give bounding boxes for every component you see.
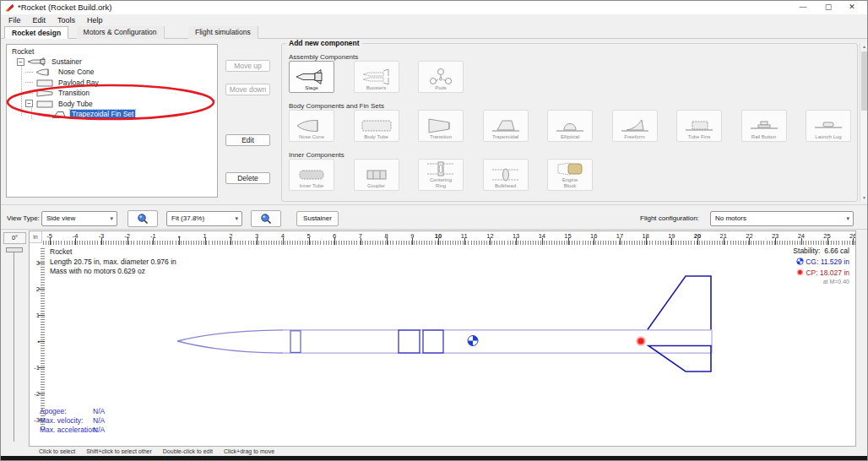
bulkhead-icon bbox=[489, 166, 523, 183]
launch-lug-icon bbox=[811, 117, 845, 134]
tree-label: Sustainer bbox=[50, 57, 84, 66]
openrocket-window: *Rocket (Rocket Build.ork) — ▢ ✕ FileEdi… bbox=[0, 0, 868, 461]
component-button-label: Tube Fins bbox=[688, 134, 710, 140]
tab-motors-configuration[interactable]: Motors & Configuration bbox=[77, 26, 165, 39]
body-tube-icon bbox=[360, 117, 393, 134]
expander-minus-icon[interactable]: − bbox=[17, 58, 24, 66]
delete-button[interactable]: Delete bbox=[225, 172, 270, 184]
menu-item-help[interactable]: Help bbox=[81, 16, 109, 24]
tab-rocket-design[interactable]: Rocket design bbox=[4, 26, 68, 39]
zoom-level-select[interactable]: Fit (37.8%) ▾ bbox=[166, 211, 242, 226]
cg-icon bbox=[796, 258, 804, 265]
component-button-label: Stage bbox=[305, 85, 318, 91]
menu-item-file[interactable]: File bbox=[3, 16, 27, 24]
tree-connector bbox=[25, 93, 33, 94]
add-inner-tube-button[interactable]: Inner Tube bbox=[289, 159, 334, 191]
minimize-button[interactable]: — bbox=[791, 1, 815, 14]
add-nose-cone-button[interactable]: Nose Cone bbox=[289, 110, 334, 142]
view-type-label: View Type: bbox=[7, 214, 40, 222]
rotation-slider-handle[interactable] bbox=[6, 247, 23, 252]
add-freeform-button[interactable]: Freeform bbox=[612, 110, 658, 142]
component-button-label: CenteringRing bbox=[430, 177, 452, 188]
rotation-angle-box[interactable]: 0° bbox=[3, 232, 26, 244]
pods-icon bbox=[426, 68, 456, 85]
zoom-out-icon bbox=[260, 213, 272, 225]
fin-lower[interactable] bbox=[648, 346, 711, 372]
simulation-results: Apogee:N/AMax. velocity:N/AMax. accelera… bbox=[40, 407, 98, 435]
menu-item-edit[interactable]: Edit bbox=[27, 16, 52, 24]
component-button-label: Coupler bbox=[367, 183, 385, 189]
inner-component-rect[interactable] bbox=[423, 330, 443, 353]
add-trapezoidal-button[interactable]: Trapezoidal bbox=[483, 110, 529, 142]
app-logo-icon bbox=[5, 3, 14, 12]
sim-result-row: Max. velocity:N/A bbox=[40, 416, 98, 426]
fin-upper[interactable] bbox=[648, 276, 711, 329]
boosters-icon bbox=[358, 68, 395, 85]
add-elliptical-button[interactable]: Elliptical bbox=[547, 110, 593, 142]
component-button-label: EngineBlock bbox=[562, 177, 578, 188]
add-body-tube-button[interactable]: Body Tube bbox=[354, 110, 399, 142]
close-button[interactable]: ✕ bbox=[840, 1, 864, 14]
edit-button[interactable]: Edit bbox=[225, 134, 270, 146]
cp-icon bbox=[796, 268, 804, 276]
nose-cone-outline[interactable] bbox=[177, 330, 283, 341]
scroll-thumb[interactable] bbox=[861, 52, 867, 111]
stage-toggle-sustainer[interactable]: Sustainer bbox=[296, 211, 339, 226]
maximize-button[interactable]: ▢ bbox=[816, 1, 840, 14]
add-tube-fins-button[interactable]: Tube Fins bbox=[676, 110, 722, 142]
add-coupler-button[interactable]: Coupler bbox=[354, 159, 399, 191]
add-pods-button[interactable]: Pods bbox=[418, 61, 464, 93]
status-hint: Shift+click to select other bbox=[86, 448, 152, 454]
inner-component-rect[interactable] bbox=[399, 330, 420, 353]
tab-flight-simulations[interactable]: Flight simulations bbox=[188, 26, 258, 39]
status-hints: Click to selectShift+click to select oth… bbox=[39, 448, 274, 454]
add-boosters-button[interactable]: Boosters bbox=[354, 61, 399, 93]
tree-label: Trapezoidal Fin Set bbox=[70, 110, 135, 118]
rocket-canvas[interactable]: in -5-4-3-2-1●12345678910111213141516171… bbox=[29, 230, 856, 447]
component-button-label: Transition bbox=[430, 134, 452, 140]
freeform-icon bbox=[618, 117, 652, 134]
section-label-2: Inner Components bbox=[289, 151, 344, 159]
sim-result-value: N/A bbox=[93, 407, 105, 416]
scroll-down-icon[interactable]: ▼ bbox=[860, 194, 868, 202]
component-button-label: Bulkhead bbox=[495, 183, 516, 189]
sim-result-value: N/A bbox=[93, 416, 105, 426]
scroll-up-icon[interactable]: ▲ bbox=[860, 43, 868, 51]
engine-block-icon bbox=[553, 160, 587, 177]
menu-item-tools[interactable]: Tools bbox=[52, 16, 81, 24]
coupler-icon bbox=[361, 166, 392, 183]
sim-result-value: N/A bbox=[93, 426, 105, 435]
add-stage-button[interactable]: Stage bbox=[289, 61, 334, 93]
add-launch-lug-button[interactable]: Launch Lug bbox=[806, 110, 851, 142]
tree-connector bbox=[42, 114, 50, 115]
sim-result-label: Apogee: bbox=[40, 407, 67, 415]
zoom-in-icon bbox=[137, 213, 149, 225]
cg-marker bbox=[468, 336, 478, 346]
zoom-out-button[interactable] bbox=[251, 210, 281, 227]
component-button-label: Body Tube bbox=[364, 134, 388, 140]
add-bulkhead-button[interactable]: Bulkhead bbox=[483, 159, 529, 191]
add-rail-button-button[interactable]: Rail Button bbox=[741, 110, 787, 142]
add-transition-button[interactable]: Transition bbox=[418, 110, 464, 142]
expander-minus-icon[interactable]: − bbox=[25, 100, 33, 107]
add-engine-block-button[interactable]: EngineBlock bbox=[547, 159, 593, 191]
section-label-0: Assembly Components bbox=[289, 53, 358, 61]
rocket-info-line: Rocket bbox=[50, 247, 176, 258]
component-panel-scrollbar[interactable]: ▲ ▼ bbox=[860, 43, 867, 202]
tree-item-trapezoidal-fin-set[interactable]: Trapezoidal Fin Set bbox=[7, 109, 217, 119]
tree-item-body-tube[interactable]: −Body Tube bbox=[7, 99, 217, 109]
move-up-button: Move up bbox=[225, 60, 270, 72]
add-centering-ring-button[interactable]: CenteringRing bbox=[418, 159, 464, 191]
rocket-info-line: Mass with no motors 0.629 oz bbox=[50, 267, 176, 277]
component-button-label: Freeform bbox=[624, 134, 644, 140]
elliptical-icon bbox=[553, 117, 587, 134]
nose-cone-outline[interactable] bbox=[177, 341, 283, 353]
component-button-label: Elliptical bbox=[561, 134, 579, 140]
flight-config-select[interactable]: No motors ▾ bbox=[710, 211, 854, 226]
tree-connector bbox=[25, 72, 33, 73]
component-tree[interactable]: Rocket−SustainerNose ConePayload BayTran… bbox=[6, 44, 218, 198]
zoom-in-button[interactable] bbox=[127, 210, 158, 227]
chevron-down-icon: ▾ bbox=[110, 212, 113, 225]
nose-shoulder[interactable] bbox=[290, 331, 301, 353]
view-type-select[interactable]: Side view ▾ bbox=[41, 211, 117, 226]
